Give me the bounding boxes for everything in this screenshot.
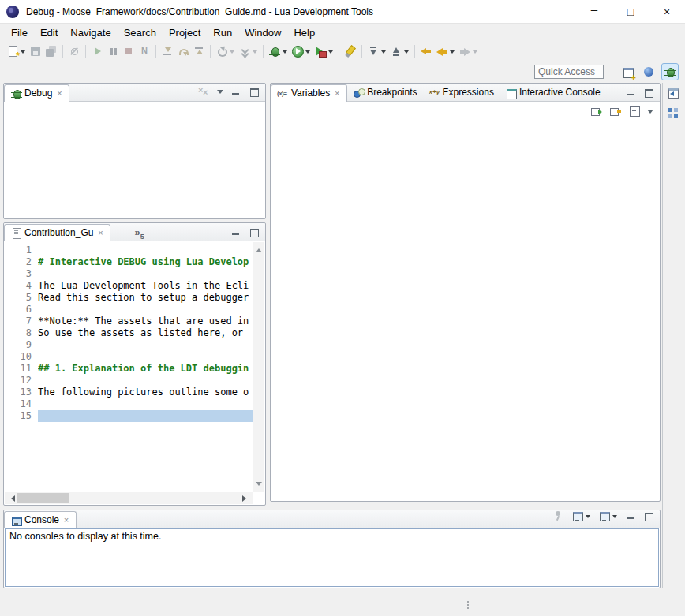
show-logical-structure-icon[interactable] xyxy=(590,105,603,118)
open-console-button[interactable] xyxy=(598,507,618,525)
step-return-button[interactable] xyxy=(191,43,207,60)
maximize-icon[interactable] xyxy=(249,86,260,97)
code-line[interactable]: 8 So use the assets as listed here, or xyxy=(5,327,253,339)
tab-console[interactable]: Console xyxy=(4,511,77,528)
minimize-icon[interactable] xyxy=(230,86,241,97)
menu-item[interactable]: Run xyxy=(207,25,238,40)
code-line[interactable]: 6 xyxy=(5,304,253,315)
minimized-view-grid-icon[interactable] xyxy=(667,106,679,119)
skip-breakpoints-button[interactable] xyxy=(66,43,82,60)
code-area[interactable]: 1 2 # Interactive DEBUG using Lua Develo… xyxy=(5,242,253,492)
forward-button[interactable] xyxy=(457,43,480,60)
last-edit-location-button[interactable] xyxy=(418,43,434,60)
tab-interactive-console[interactable]: Interactive Console xyxy=(500,84,606,101)
code-line[interactable]: 15 xyxy=(5,410,253,422)
external-tools-button[interactable] xyxy=(313,43,335,60)
code-line[interactable]: 10 xyxy=(5,351,253,363)
tab-breakpoints[interactable]: Breakpoints xyxy=(347,84,422,101)
remove-all-terminated-icon[interactable] xyxy=(197,85,210,98)
view-menu-icon[interactable] xyxy=(647,110,653,117)
maximize-icon[interactable] xyxy=(643,87,654,98)
code-line[interactable]: 2 # Interactive DEBUG using Lua Develop xyxy=(5,256,253,268)
line-text xyxy=(38,268,253,280)
debug-perspective-button[interactable] xyxy=(661,63,679,80)
code-line[interactable]: 1 xyxy=(5,245,253,256)
quick-access-input[interactable]: Quick Access xyxy=(534,65,604,79)
view-menu-icon[interactable] xyxy=(217,90,223,97)
scroll-up-icon[interactable] xyxy=(256,245,262,252)
back-button[interactable] xyxy=(434,43,457,60)
close-icon[interactable] xyxy=(96,228,104,237)
code-line[interactable]: 7 **Note:** The assets that are used in xyxy=(5,315,253,327)
save-all-button[interactable] xyxy=(43,43,59,60)
restart-button[interactable] xyxy=(214,43,237,60)
minimize-icon[interactable] xyxy=(625,510,636,521)
suspend-button[interactable] xyxy=(105,43,121,60)
close-icon[interactable] xyxy=(62,515,70,525)
menu-item[interactable]: Project xyxy=(163,25,207,40)
menu-item[interactable]: File xyxy=(5,25,34,40)
close-icon[interactable] xyxy=(333,88,341,98)
statusbar-drag-handle[interactable] xyxy=(467,601,470,610)
pin-console-icon[interactable] xyxy=(552,510,564,522)
collapse-all-icon[interactable] xyxy=(628,105,641,118)
tab-expressions[interactable]: Expressions xyxy=(423,84,500,101)
scroll-left-icon[interactable] xyxy=(8,495,15,502)
link-with-debug-icon[interactable] xyxy=(609,105,622,118)
terminate-button[interactable] xyxy=(121,43,137,60)
step-over-button[interactable] xyxy=(175,43,191,60)
menu-item[interactable]: Navigate xyxy=(64,25,117,40)
toolbar-separator xyxy=(361,45,362,58)
maximize-icon[interactable] xyxy=(643,510,654,521)
scroll-down-icon[interactable] xyxy=(256,482,262,489)
toolbar-separator xyxy=(339,45,339,58)
tab-debug[interactable]: Debug xyxy=(4,84,69,102)
debug-button[interactable] xyxy=(267,43,290,60)
minimize-button[interactable]: – xyxy=(576,0,612,24)
previous-annotation-button[interactable] xyxy=(388,43,411,60)
scrollbar-thumb[interactable] xyxy=(17,493,69,503)
step-into-button[interactable] xyxy=(159,43,175,60)
hidden-editors-chevron[interactable]: »5 xyxy=(133,226,145,241)
console-body[interactable]: No consoles to display at this time. xyxy=(5,528,659,587)
tab-contribution-guide[interactable]: Contribution_Gu xyxy=(4,224,110,241)
code-line[interactable]: 9 xyxy=(5,339,253,351)
line-text: The following pictures outline some o xyxy=(38,386,253,398)
code-line[interactable]: 3 xyxy=(5,268,253,280)
run-button[interactable] xyxy=(290,43,313,60)
menu-item[interactable]: Help xyxy=(287,25,321,40)
lua-perspective-button[interactable] xyxy=(641,64,657,80)
code-line[interactable]: 12 xyxy=(5,375,253,386)
restore-view-icon[interactable] xyxy=(667,86,679,99)
next-annotation-button[interactable] xyxy=(365,43,388,60)
line-text xyxy=(38,339,253,351)
code-line[interactable]: 13 The following pictures outline some o xyxy=(5,386,253,398)
menu-item[interactable]: Search xyxy=(118,25,163,40)
minimize-icon[interactable] xyxy=(625,87,636,98)
code-line[interactable]: 4 The Lua Development Tools in the Ecli xyxy=(5,280,253,292)
menu-item[interactable]: Edit xyxy=(34,25,64,40)
close-icon[interactable] xyxy=(55,88,63,98)
drop-to-frame-button[interactable] xyxy=(237,43,260,60)
display-selected-console-button[interactable] xyxy=(571,507,591,525)
code-line[interactable]: 5 Read this section to setup a debugger xyxy=(5,292,253,304)
save-button[interactable] xyxy=(28,43,43,60)
scroll-right-icon[interactable] xyxy=(242,495,249,502)
maximize-icon[interactable] xyxy=(249,226,260,237)
open-perspective-button[interactable] xyxy=(620,63,636,80)
code-line[interactable]: 14 xyxy=(5,398,253,410)
horizontal-scrollbar[interactable] xyxy=(5,492,253,504)
menu-item[interactable]: Window xyxy=(238,25,287,40)
tab-variables[interactable]: Variables xyxy=(271,84,347,102)
minimize-icon[interactable] xyxy=(230,226,241,237)
new-button[interactable] xyxy=(5,43,28,60)
disconnect-button[interactable] xyxy=(137,43,152,60)
forward-icon xyxy=(459,45,471,58)
maximize-button[interactable]: □ xyxy=(612,0,649,24)
chevron-glyph: » xyxy=(134,226,140,238)
resume-button[interactable] xyxy=(89,43,105,60)
vertical-scrollbar[interactable] xyxy=(253,242,264,492)
code-line[interactable]: 11 ## 1. Explanation of the LDT debuggin xyxy=(5,363,253,375)
close-button[interactable]: × xyxy=(649,0,685,24)
mark-occurrences-button[interactable] xyxy=(342,43,358,60)
